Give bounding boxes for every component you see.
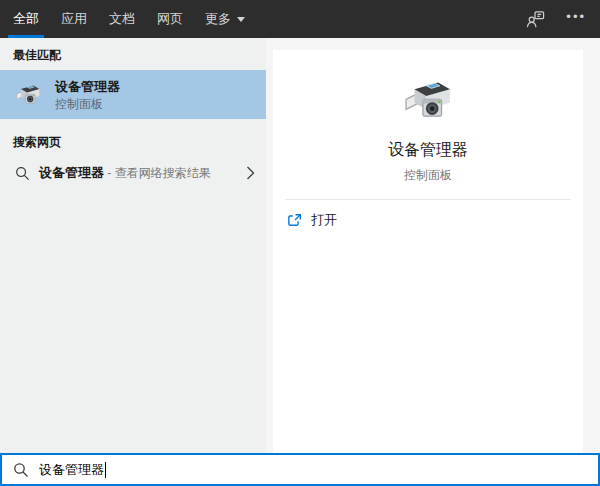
topbar-actions: ••• — [525, 0, 600, 38]
windows-search-flyout: 全部 应用 文档 网页 更多 — [0, 0, 600, 486]
more-options-icon[interactable]: ••• — [566, 10, 586, 29]
device-manager-icon — [14, 81, 42, 109]
search-icon — [13, 462, 29, 478]
web-search-result[interactable]: 设备管理器 - 查看网络搜索结果 — [0, 158, 266, 188]
tab-web[interactable]: 网页 — [152, 0, 188, 38]
filter-tabs: 全部 应用 文档 网页 更多 — [8, 0, 262, 38]
tab-more[interactable]: 更多 — [200, 0, 250, 38]
best-match-title: 设备管理器 — [55, 78, 120, 95]
best-match-result-device-manager[interactable]: 设备管理器 控制面板 — [0, 70, 266, 119]
best-match-subtitle: 控制面板 — [55, 97, 120, 112]
best-match-text: 设备管理器 控制面板 — [55, 78, 120, 112]
web-search-query: 设备管理器 — [39, 165, 104, 180]
open-action-label: 打开 — [311, 211, 337, 229]
device-manager-icon-large — [401, 74, 455, 128]
tab-web-label: 网页 — [157, 10, 183, 28]
tab-all[interactable]: 全部 — [8, 0, 44, 38]
web-search-text: 设备管理器 - 查看网络搜索结果 — [39, 164, 211, 182]
tab-documents-label: 文档 — [109, 10, 135, 28]
web-search-hint: - 查看网络搜索结果 — [104, 166, 211, 180]
feedback-icon[interactable] — [525, 10, 546, 29]
text-caret — [105, 462, 106, 478]
divider — [285, 199, 571, 200]
web-search-header: 搜索网页 — [0, 125, 266, 156]
detail-subtitle: 控制面板 — [273, 167, 583, 184]
tab-documents[interactable]: 文档 — [104, 0, 140, 38]
taskbar-search-input[interactable]: 设备管理器 — [0, 453, 600, 486]
chevron-right-icon — [246, 166, 255, 180]
best-match-header: 最佳匹配 — [0, 38, 266, 69]
detail-pane: 设备管理器 控制面板 打开 — [273, 50, 583, 453]
search-icon — [15, 166, 30, 181]
detail-title: 设备管理器 — [273, 140, 583, 161]
open-icon — [287, 213, 302, 228]
tab-all-label: 全部 — [13, 10, 39, 28]
results-pane: 最佳匹配 设备管理器 控制面板 搜索网页 — [0, 38, 266, 453]
search-input-value: 设备管理器 — [39, 461, 104, 479]
open-action[interactable]: 打开 — [283, 205, 581, 235]
search-filter-bar: 全部 应用 文档 网页 更多 — [0, 0, 600, 38]
tab-apps-label: 应用 — [61, 10, 87, 28]
tab-apps[interactable]: 应用 — [56, 0, 92, 38]
chevron-down-icon — [237, 17, 245, 22]
tab-more-label: 更多 — [205, 10, 231, 28]
